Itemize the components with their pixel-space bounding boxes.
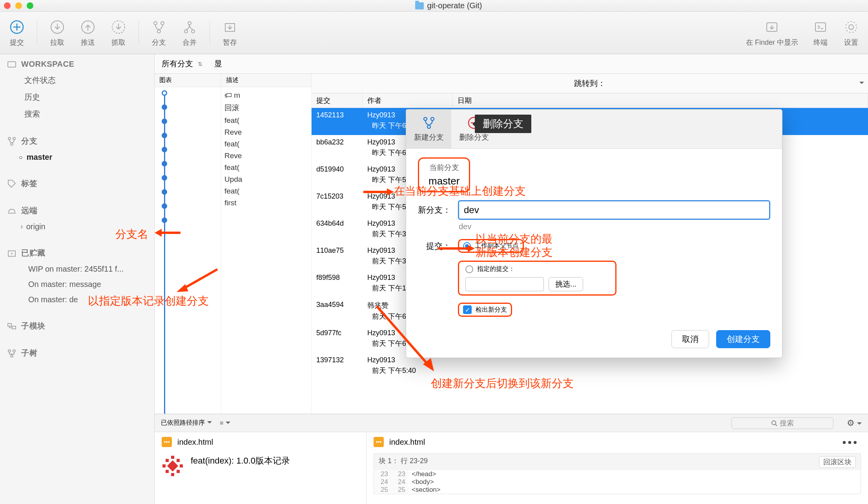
- stashed-header[interactable]: 已贮藏: [0, 242, 154, 261]
- sidebar: WORKSPACE 文件状态 历史 搜索 分支 master 标签 远端 ori…: [0, 54, 155, 504]
- commit-graph: [155, 87, 221, 414]
- svg-rect-34: [162, 464, 166, 467]
- commit-desc[interactable]: first: [221, 197, 311, 209]
- sort-dropdown[interactable]: 已依照路径排序: [161, 419, 212, 427]
- svg-point-16: [846, 22, 857, 33]
- hunk-label: 块 1： 行 23-29: [379, 456, 428, 468]
- pick-commit-button[interactable]: 挑选...: [549, 277, 583, 291]
- svg-point-20: [11, 143, 13, 145]
- commit-button[interactable]: 提交: [5, 17, 29, 49]
- tags-header[interactable]: 标签: [0, 173, 154, 192]
- svg-point-10: [191, 30, 195, 33]
- commit-desc[interactable]: feat(: [221, 185, 311, 197]
- svg-point-19: [13, 137, 15, 140]
- subtrees-header[interactable]: 子树: [0, 342, 154, 362]
- main-area: 所有分支 显 图表 描述: [155, 54, 868, 504]
- current-branch-name: master: [429, 175, 460, 187]
- merge-button[interactable]: 合并: [177, 17, 202, 49]
- remotes-header[interactable]: 远端: [0, 200, 154, 219]
- workspace-header[interactable]: WORKSPACE: [0, 54, 154, 72]
- file-modified-icon: •••: [374, 437, 384, 447]
- col-date: 日期: [453, 93, 868, 108]
- branches-header[interactable]: 分支: [0, 130, 154, 150]
- titlebar: git-operate (Git): [0, 0, 868, 12]
- create-branch-button[interactable]: 创建分支: [716, 330, 770, 348]
- commit-desc[interactable]: 🏷 m: [221, 89, 311, 101]
- delete-branch-tooltip: 删除分支: [475, 115, 531, 133]
- current-branch-box: 当前分支 master: [418, 157, 470, 192]
- specified-commit-box: 指定的提交： 挑选...: [458, 261, 616, 296]
- branch-button[interactable]: 分支: [147, 17, 171, 49]
- search-icon: [771, 420, 777, 426]
- commit-message: feat(index): 1.0.0版本记录: [191, 455, 290, 467]
- stash-item[interactable]: On master: message: [0, 277, 154, 292]
- commit-desc[interactable]: Upda: [221, 173, 311, 185]
- close-window-button[interactable]: [4, 2, 11, 9]
- radio-icon: [463, 242, 471, 250]
- svg-point-41: [431, 117, 434, 121]
- jump-to-field[interactable]: 跳转到：: [312, 74, 868, 93]
- file-modified-icon: •••: [162, 437, 172, 447]
- sidebar-search[interactable]: 搜索: [0, 106, 154, 122]
- terminal-button[interactable]: 终端: [808, 17, 833, 49]
- svg-point-27: [13, 350, 15, 352]
- minimize-window-button[interactable]: [15, 2, 22, 9]
- branch-filter[interactable]: 所有分支: [162, 58, 202, 69]
- fetch-button[interactable]: 抓取: [106, 17, 131, 49]
- svg-rect-24: [8, 323, 11, 326]
- display-filter[interactable]: 显: [214, 58, 222, 69]
- show-in-finder-button[interactable]: 在 Finder 中显示: [742, 17, 802, 49]
- view-mode-dropdown[interactable]: ≡: [220, 420, 230, 427]
- commit-desc[interactable]: feat(: [221, 162, 311, 173]
- commit-desc[interactable]: Reve: [221, 126, 311, 138]
- svg-rect-36: [166, 470, 169, 473]
- checkout-new-branch-checkbox[interactable]: ✓ 检出新分支: [458, 303, 512, 317]
- checkbox-icon: ✓: [463, 305, 472, 314]
- stash-item[interactable]: On master: de: [0, 292, 154, 307]
- commit-desc[interactable]: feat(: [221, 138, 311, 150]
- file-item-right[interactable]: •••index.html: [374, 437, 861, 447]
- svg-rect-14: [815, 23, 826, 31]
- svg-point-42: [427, 125, 430, 128]
- col-author: 作者: [363, 93, 453, 108]
- commit-desc[interactable]: Reve: [221, 150, 311, 162]
- svg-point-29: [772, 421, 776, 425]
- svg-rect-37: [177, 470, 180, 473]
- commit-desc[interactable]: 回滚: [221, 101, 311, 115]
- new-branch-input[interactable]: [458, 200, 770, 220]
- stash-item[interactable]: WIP on master: 2455f11 f...: [0, 261, 154, 277]
- commit-desc-list: 🏷 m 回滚 feat( Reve feat( Reve feat( Upda …: [221, 87, 312, 414]
- svg-rect-35: [180, 464, 183, 467]
- branch-master[interactable]: master: [0, 150, 154, 165]
- more-icon[interactable]: •••: [842, 436, 859, 449]
- cancel-button[interactable]: 取消: [671, 330, 709, 348]
- svg-point-26: [8, 350, 11, 352]
- svg-rect-17: [8, 62, 16, 67]
- svg-rect-32: [166, 459, 169, 462]
- radio-working-copy[interactable]: 工作副本父节点: [458, 239, 524, 253]
- zoom-window-button[interactable]: [27, 2, 33, 9]
- stash-button[interactable]: 暂存: [218, 17, 242, 49]
- sidebar-file-status[interactable]: 文件状态: [0, 72, 154, 89]
- commit-desc[interactable]: feat(: [221, 115, 311, 126]
- svg-rect-33: [177, 459, 180, 462]
- svg-line-30: [775, 424, 777, 426]
- radio-specified[interactable]: [465, 265, 473, 273]
- svg-point-15: [849, 25, 853, 29]
- settings-button[interactable]: 设置: [839, 17, 863, 49]
- remote-origin[interactable]: origin: [0, 219, 154, 234]
- push-button[interactable]: 推送: [76, 17, 100, 49]
- specified-commit-input[interactable]: [465, 277, 544, 291]
- gear-icon[interactable]: ⚙: [847, 418, 862, 428]
- search-input[interactable]: 搜索: [731, 417, 833, 429]
- tab-new-branch[interactable]: 新建分支: [406, 110, 451, 148]
- details-pane: 已依照路径排序 ≡ 搜索 ⚙ •••index.html feat(index)…: [155, 414, 868, 504]
- svg-point-6: [154, 22, 157, 25]
- revert-hunk-button[interactable]: 回滚区块: [819, 456, 856, 468]
- svg-rect-38: [171, 473, 174, 476]
- folder-icon: [415, 2, 424, 9]
- pull-button[interactable]: 拉取: [45, 17, 69, 49]
- sidebar-history[interactable]: 历史: [0, 89, 154, 106]
- file-item[interactable]: •••index.html: [162, 437, 359, 447]
- submodules-header[interactable]: 子模块: [0, 315, 154, 334]
